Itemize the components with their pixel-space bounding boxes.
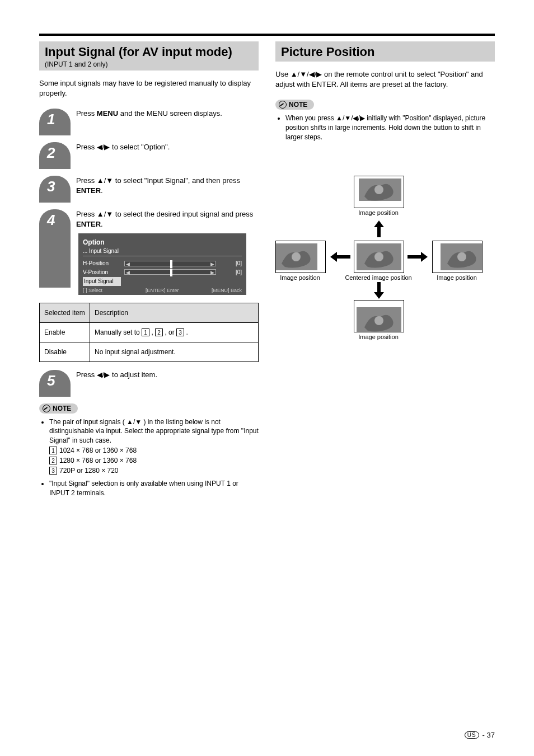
step-3: 3 Press ▲/▼ to select "Input Signal", an… [39,176,259,203]
svg-marker-16 [374,282,384,299]
lion-image-icon [276,241,325,273]
slider: ◀▶ [124,261,216,266]
os-sub: ... Input Signal [83,247,242,257]
arrow-up-icon [374,220,384,237]
page-number: - 37 [483,731,495,739]
svg-point-8 [292,252,301,261]
note-pill: NOTE [275,100,314,110]
r2c1: Disable [40,342,90,361]
step1-text-b: and the MENU screen displays. [118,109,222,118]
lion-image-icon [354,241,404,273]
lion-image-icon [433,241,482,273]
pencil-icon [43,405,50,412]
note-block-left: NOTE The pair of input signals ( ▲/▼ ) i… [39,403,259,498]
step5-text-b: to adjust item. [112,370,157,379]
step2-text-a: Press [76,143,97,151]
left-section-title: Input Signal (for AV input mode) [45,45,253,59]
caption-center: Centered image position [345,274,412,281]
arrow-down-icon [374,282,384,299]
step-2: 2 Press ◀/▶ to select "Option". [39,142,259,169]
r1c1: Enable [40,322,90,342]
right-section-header: Picture Position [275,41,495,62]
description-table: Selected item Description Enable Manuall… [39,303,259,362]
svg-marker-15 [374,220,384,237]
left-right-icon: ◀/▶ [97,143,110,151]
svg-point-5 [374,252,383,261]
right-intro: Use ▲/▼/◀/▶ on the remote control unit t… [275,69,495,90]
os-row2-label: V-Position [83,269,121,276]
dpad-icon: ▲/▼/◀/▶ [291,70,322,78]
note-line: 3720P or 1280 × 720 [49,466,259,476]
svg-marker-18 [407,252,428,262]
step1-text-a: Press [76,109,97,118]
dpad-icon: ▲/▼/◀/▶ [336,114,365,122]
up-down-icon: ▲/▼ [97,176,113,185]
left-section-sub: (INPUT 1 and 2 only) [45,60,253,68]
arrow-right-icon [407,252,428,262]
up-down-icon: ▲/▼ [97,210,113,218]
os-row1-label: H-Position [83,260,121,267]
slider: ◀▶ [124,269,216,275]
left-section-header: Input Signal (for AV input mode) (INPUT … [39,41,259,71]
footer: US - 37 [465,731,495,739]
pencil-icon [279,101,287,109]
lion-image-icon [354,176,404,208]
note-item: When you press ▲/▼/◀/▶ initially with "P… [285,114,495,142]
caption-left: Image position [272,274,328,281]
svg-point-11 [457,252,466,261]
os-row3-label: Input Signal [83,277,121,286]
r2c2: No input signal adjustment. [90,342,259,361]
up-down-icon: ▲/▼ [127,418,142,426]
step-4: 4 Press ▲/▼ to select the desired input … [39,209,259,294]
step4-text-a: Press [76,210,97,218]
note-line: 11024 × 768 or 1360 × 768 [49,445,259,456]
step2-text-b: to select "Option". [112,143,170,151]
caption-bottom: Image position [350,334,406,340]
right-section-title: Picture Position [281,45,489,59]
step-1: 1 Press MENU and the MENU screen display… [39,109,259,135]
step3-text-a: Press [76,176,97,185]
left-right-icon: ◀/▶ [97,370,110,379]
svg-point-14 [374,316,383,325]
lion-image-icon [354,300,404,332]
svg-marker-17 [330,252,350,262]
region-badge: US [465,731,479,739]
position-diagram: Image position Centered image position [275,176,495,355]
note-item: The pair of input signals ( ▲/▼ ) in the… [49,417,259,445]
r1c2: Manually set to 1 , 2 , or 3 . [90,322,259,342]
arrow-left-icon [330,252,350,262]
os-title: Option [83,238,242,247]
th2: Description [90,303,259,322]
note-block-right: NOTE When you press ▲/▼/◀/▶ initially wi… [275,100,495,142]
note-pill: NOTE [39,403,78,414]
svg-point-2 [374,185,383,194]
option-screen: Option ... Input Signal H-Position ◀▶ [0… [78,233,246,294]
note-item: "Input Signal" selection is only availab… [49,479,259,498]
th1: Selected item [40,303,90,322]
step5-text-a: Press [76,370,97,379]
left-intro: Some input signals may have to be regist… [39,78,259,98]
note-line: 21280 × 768 or 1360 × 768 [49,456,259,466]
caption-right: Image position [429,274,485,281]
step-5: 5 Press ◀/▶ to adjust item. [39,370,259,397]
caption-top: Image position [350,209,406,216]
